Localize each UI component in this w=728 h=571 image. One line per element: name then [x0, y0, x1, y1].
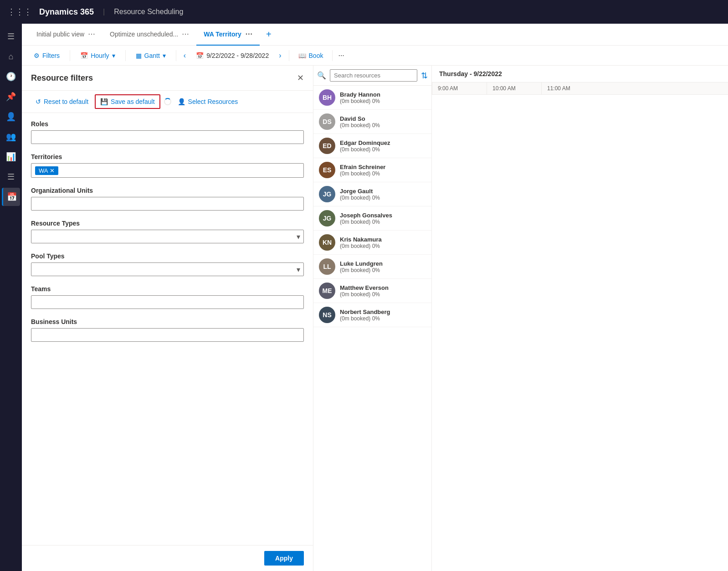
save-as-default-button[interactable]: 💾 Save as default: [95, 94, 160, 109]
resource-types-label: Resource Types: [31, 220, 304, 227]
list-icon[interactable]: ☰: [2, 168, 20, 186]
loading-spinner: [164, 98, 171, 105]
toolbar-divider-5: [332, 50, 333, 61]
select-resources-button[interactable]: 👤 Select Resources: [173, 95, 243, 108]
date-range-picker[interactable]: 📅 9/22/2022 - 9/28/2022: [191, 50, 273, 61]
list-item[interactable]: NS Norbert Sandberg (0m booked) 0%: [313, 303, 431, 327]
avatar: BH: [319, 89, 335, 106]
roles-label: Roles: [31, 120, 304, 128]
sort-icon[interactable]: ⇅: [421, 71, 428, 81]
pool-types-select[interactable]: [31, 262, 304, 276]
contacts-icon[interactable]: 👤: [2, 108, 20, 126]
roles-filter-group: Roles: [31, 120, 304, 144]
tab-dots-1[interactable]: ⋯: [182, 30, 189, 38]
topbar: ⋮⋮⋮ Dynamics 365 | Resource Scheduling: [0, 0, 728, 24]
tab-initial-public-view[interactable]: Initial public view ⋯: [29, 24, 103, 46]
hourly-button[interactable]: 📅 Hourly ▾: [76, 50, 119, 61]
list-item[interactable]: ES Efrain Schreiner (0m booked) 0%: [313, 158, 431, 182]
resource-types-select[interactable]: [31, 230, 304, 243]
territory-tag-wa: WA ✕: [35, 166, 58, 175]
schedule-hour: 10:00 AM: [487, 82, 541, 94]
org-units-input[interactable]: [31, 197, 304, 211]
avatar: NS: [319, 307, 335, 323]
tab-wa-territory[interactable]: WA Territory ⋯: [196, 24, 259, 46]
list-item[interactable]: ME Matthew Everson (0m booked) 0%: [313, 279, 431, 303]
resource-meta: (0m booked) 0%: [340, 315, 390, 322]
resource-search-input[interactable]: [330, 69, 417, 82]
apply-button[interactable]: Apply: [264, 551, 304, 566]
schedule-hour: 11:00 AM: [541, 82, 596, 94]
people-icon[interactable]: 👥: [2, 128, 20, 146]
search-icon: 🔍: [317, 71, 326, 80]
select-resources-icon: 👤: [178, 98, 185, 105]
list-item[interactable]: JG Joseph Gonsalves (0m booked) 0%: [313, 206, 431, 231]
avatar: JG: [319, 210, 335, 226]
resource-meta: (0m booked) 0%: [340, 243, 382, 249]
toolbar-divider-1: [70, 50, 70, 61]
calendar-icon-toolbar: 📅: [196, 52, 204, 59]
list-item[interactable]: BH Brady Hannon (0m booked) 0%: [313, 86, 431, 110]
reset-icon: ↺: [36, 98, 41, 105]
org-units-filter-group: Organizational Units: [31, 187, 304, 211]
book-button[interactable]: 📖 Book: [295, 50, 327, 61]
pin-icon[interactable]: 📌: [2, 87, 20, 106]
filter-footer: Apply: [22, 545, 313, 571]
territories-label: Territories: [31, 153, 304, 160]
more-options-button[interactable]: ···: [338, 51, 344, 60]
pool-types-filter-group: Pool Types ▾: [31, 252, 304, 276]
list-item[interactable]: KN Kris Nakamura (0m booked) 0%: [313, 231, 431, 255]
hamburger-icon[interactable]: ☰: [2, 27, 20, 46]
avatar: ME: [319, 283, 335, 299]
resource-name: Efrain Schreiner: [340, 164, 385, 170]
tab-dots-0[interactable]: ⋯: [88, 30, 95, 38]
tab-dots-2[interactable]: ⋯: [245, 30, 252, 38]
resource-name: Norbert Sandberg: [340, 309, 390, 315]
add-tab-button[interactable]: +: [261, 27, 276, 42]
tab-bar: Initial public view ⋯ Optimize unschedul…: [22, 24, 728, 46]
next-date-button[interactable]: ›: [277, 50, 283, 62]
gantt-icon: ▦: [136, 52, 142, 59]
analytics-icon[interactable]: 📊: [2, 148, 20, 166]
schedule-header: Thursday - 9/22/2022: [432, 66, 728, 82]
teams-filter-group: Teams: [31, 285, 304, 309]
filter-panel-title: Resource filters: [31, 73, 93, 83]
resource-meta: (0m booked) 0%: [340, 170, 385, 177]
resource-types-filter-group: Resource Types ▾: [31, 220, 304, 243]
business-units-input[interactable]: [31, 328, 304, 342]
prev-date-button[interactable]: ‹: [182, 50, 188, 62]
list-item[interactable]: JG Jorge Gault (0m booked) 0%: [313, 182, 431, 206]
business-units-filter-group: Business Units: [31, 318, 304, 342]
territories-field[interactable]: WA ✕: [31, 163, 304, 178]
teams-input[interactable]: [31, 295, 304, 309]
gantt-chevron: ▾: [163, 52, 166, 59]
module-name: Resource Scheduling: [114, 8, 183, 16]
resource-meta: (0m booked) 0%: [340, 267, 383, 273]
list-item[interactable]: DS David So (0m booked) 0%: [313, 110, 431, 134]
resource-name: David So: [340, 115, 380, 122]
tab-optimize-unscheduled[interactable]: Optimize unscheduled... ⋯: [103, 24, 196, 46]
resource-meta: (0m booked) 0%: [340, 291, 389, 298]
close-filter-button[interactable]: ✕: [297, 73, 304, 83]
list-item[interactable]: LL Luke Lundgren (0m booked) 0%: [313, 255, 431, 279]
reset-to-default-button[interactable]: ↺ Reset to default: [31, 95, 93, 108]
toolbar-divider-2: [125, 50, 126, 61]
list-item[interactable]: ED Edgar Dominquez (0m booked) 0%: [313, 134, 431, 158]
home-icon[interactable]: ⌂: [2, 47, 20, 66]
remove-territory-button[interactable]: ✕: [50, 167, 55, 174]
filters-button[interactable]: ⚙ Filters: [29, 50, 64, 61]
filter-header: Resource filters ✕: [22, 66, 313, 91]
resource-meta: (0m booked) 0%: [340, 122, 380, 129]
pool-types-label: Pool Types: [31, 252, 304, 260]
recent-icon[interactable]: 🕐: [2, 67, 20, 86]
resource-meta: (0m booked) 0%: [340, 98, 380, 104]
resource-meta: (0m booked) 0%: [340, 195, 380, 201]
resource-name: Luke Lundgren: [340, 260, 383, 267]
roles-input[interactable]: [31, 130, 304, 144]
gantt-button[interactable]: ▦ Gantt ▾: [131, 50, 170, 61]
grid-icon[interactable]: ⋮⋮⋮: [7, 7, 32, 17]
sidebar: ☰ ⌂ 🕐 📌 👤 👥 📊 ☰ 📅: [0, 24, 22, 571]
resource-name: Edgar Dominquez: [340, 139, 390, 146]
calendar-icon[interactable]: 📅: [2, 188, 20, 206]
avatar: ED: [319, 138, 335, 154]
hourly-icon: 📅: [80, 52, 88, 59]
